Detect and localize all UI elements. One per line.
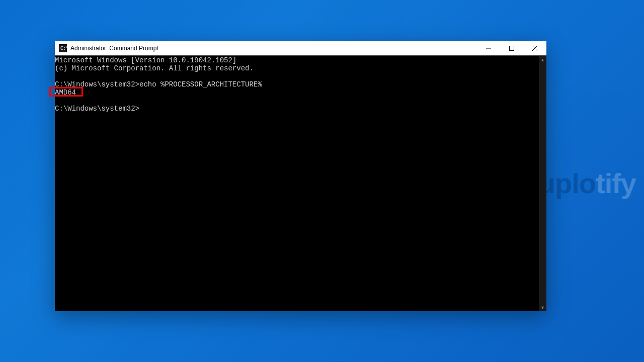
minimize-button[interactable] bbox=[477, 41, 500, 55]
watermark-part1: uplo bbox=[538, 167, 596, 199]
prompt-prefix: C:\Windows\system32> bbox=[55, 105, 139, 113]
scroll-up-arrow-icon[interactable]: ▲ bbox=[539, 56, 546, 63]
cmd-icon: C:\ bbox=[59, 44, 67, 52]
svg-rect-4 bbox=[510, 46, 514, 51]
banner-line-2: (c) Microsoft Corporation. All rights re… bbox=[55, 64, 539, 72]
window-title: Administrator: Command Prompt bbox=[70, 45, 477, 52]
svg-text:C:\: C:\ bbox=[60, 46, 67, 51]
maximize-button[interactable] bbox=[500, 41, 523, 55]
watermark-part2: tify bbox=[596, 167, 636, 199]
blank-line bbox=[55, 97, 539, 105]
scroll-down-arrow-icon[interactable]: ▼ bbox=[539, 304, 546, 311]
vertical-scrollbar[interactable]: ▲ ▼ bbox=[539, 56, 546, 311]
terminal-output[interactable]: Microsoft Windows [Version 10.0.19042.10… bbox=[55, 56, 539, 311]
command-prompt-window: C:\ Administrator: Command Prompt Micros… bbox=[55, 41, 546, 311]
client-area: Microsoft Windows [Version 10.0.19042.10… bbox=[55, 55, 546, 311]
blank-line bbox=[55, 72, 539, 80]
titlebar[interactable]: C:\ Administrator: Command Prompt bbox=[55, 41, 546, 55]
close-button[interactable] bbox=[523, 41, 546, 55]
prompt-line-1: C:\Windows\system32>echo %PROCESSOR_ARCH… bbox=[55, 80, 539, 88]
window-controls bbox=[477, 41, 546, 55]
command-text: echo %PROCESSOR_ARCHITECTURE% bbox=[139, 80, 262, 88]
command-output: AMD64 bbox=[55, 88, 539, 97]
prompt-line-2: C:\Windows\system32> bbox=[55, 105, 539, 113]
watermark: uplotify bbox=[538, 167, 636, 200]
banner-line-1: Microsoft Windows [Version 10.0.19042.10… bbox=[55, 56, 539, 64]
prompt-prefix: C:\Windows\system32> bbox=[55, 80, 139, 88]
